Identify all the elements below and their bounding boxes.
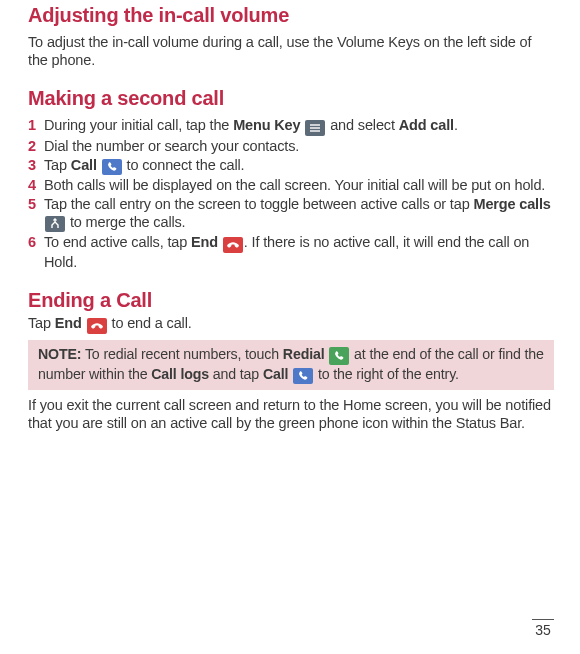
- end-call-icon: [87, 318, 107, 334]
- step-number: 6: [28, 233, 44, 251]
- text-add-call: Add call: [399, 117, 454, 133]
- step-5: 5 Tap the call entry on the screen to to…: [28, 195, 554, 232]
- heading-making-second-call: Making a second call: [28, 87, 554, 110]
- note-label: NOTE:: [38, 346, 81, 362]
- text-end: End: [55, 315, 82, 331]
- step-1: 1 During your initial call, tap the Menu…: [28, 116, 554, 136]
- step-text: Dial the number or search your contacts.: [44, 137, 554, 155]
- step-number: 1: [28, 116, 44, 134]
- text-fragment: To redial recent numbers, touch: [81, 346, 282, 362]
- step-number: 5: [28, 195, 44, 213]
- page-number: 35: [532, 619, 554, 638]
- note-box: NOTE: To redial recent numbers, touch Re…: [28, 340, 554, 390]
- text-fragment: .: [454, 117, 458, 133]
- text-merge-calls: Merge calls: [473, 196, 550, 212]
- merge-calls-icon: [45, 216, 65, 232]
- redial-icon: [329, 347, 349, 365]
- text-fragment: to connect the call.: [123, 157, 245, 173]
- menu-key-icon: [305, 120, 325, 136]
- heading-ending-call: Ending a Call: [28, 289, 554, 312]
- step-text: During your initial call, tap the Menu K…: [44, 116, 554, 136]
- heading-adjusting-volume: Adjusting the in-call volume: [28, 4, 554, 27]
- text-ending-call: Tap End to end a call.: [28, 314, 554, 334]
- step-number: 3: [28, 156, 44, 174]
- text-fragment: and select: [326, 117, 398, 133]
- step-3: 3 Tap Call to connect the call.: [28, 156, 554, 175]
- text-call: Call: [263, 366, 288, 382]
- call-icon: [293, 368, 313, 384]
- text-fragment: Tap: [28, 315, 55, 331]
- step-6: 6 To end active calls, tap End . If ther…: [28, 233, 554, 271]
- call-icon: [102, 159, 122, 175]
- step-number: 2: [28, 137, 44, 155]
- step-text: To end active calls, tap End . If there …: [44, 233, 554, 271]
- step-text: Tap the call entry on the screen to togg…: [44, 195, 554, 232]
- text-fragment: to merge the calls.: [66, 214, 186, 230]
- step-text: Both calls will be displayed on the call…: [44, 176, 554, 194]
- text-end: End: [191, 234, 218, 250]
- text-call-logs: Call logs: [151, 366, 209, 382]
- step-number: 4: [28, 176, 44, 194]
- text-fragment: During your initial call, tap the: [44, 117, 233, 133]
- text-fragment: to the right of the entry.: [314, 366, 459, 382]
- text-call: Call: [71, 157, 97, 173]
- text-fragment: To end active calls, tap: [44, 234, 191, 250]
- step-4: 4 Both calls will be displayed on the ca…: [28, 176, 554, 194]
- step-2: 2 Dial the number or search your contact…: [28, 137, 554, 155]
- text-fragment: to end a call.: [108, 315, 192, 331]
- end-call-icon: [223, 237, 243, 253]
- text-fragment: Tap: [44, 157, 71, 173]
- text-adjusting-volume: To adjust the in-call volume during a ca…: [28, 33, 554, 69]
- steps-making-second-call: 1 During your initial call, tap the Menu…: [28, 116, 554, 271]
- step-text: Tap Call to connect the call.: [44, 156, 554, 175]
- text-fragment: and tap: [209, 366, 263, 382]
- text-menu-key: Menu Key: [233, 117, 300, 133]
- text-closing: If you exit the current call screen and …: [28, 396, 554, 432]
- text-fragment: Tap the call entry on the screen to togg…: [44, 196, 473, 212]
- text-redial: Redial: [283, 346, 325, 362]
